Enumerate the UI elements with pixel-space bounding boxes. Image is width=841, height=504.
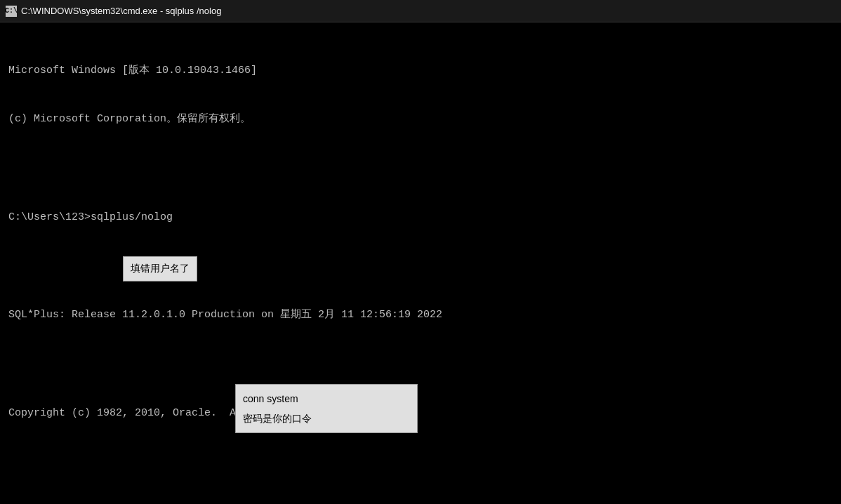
tooltip-2-line2: 密码是你的口令 [243,409,410,428]
line-9 [8,454,833,470]
title-bar: C:\ C:\WINDOWS\system32\cmd.exe - sqlplu… [0,0,841,22]
line-7 [8,356,833,372]
terminal: Microsoft Windows [版本 10.0.19043.1466] (… [0,22,841,504]
tooltip-2-line1: conn system [243,389,410,409]
line-6: SQL*Plus: Release 11.2.0.1.0 Production … [8,307,833,323]
tooltip-1-text: 填错用户名了 [131,263,190,274]
line-1: Microsoft Windows [版本 10.0.19043.1466] [8,62,833,79]
cmd-icon: C:\ [6,6,17,17]
tooltip-wrong-username: 填错用户名了 [123,256,197,281]
line-8: Copyright (c) 1982, 2010, Oracle. All ri… [8,405,833,421]
tooltip-conn-system: conn system 密码是你的口令 [235,384,418,433]
line-2: (c) Microsoft Corporation。保留所有权利。 [8,111,833,127]
title-bar-text: C:\WINDOWS\system32\cmd.exe - sqlplus /n… [21,6,221,16]
line-3 [8,160,833,176]
line-4: C:\Users\123>sqlplus/nolog [8,209,833,225]
